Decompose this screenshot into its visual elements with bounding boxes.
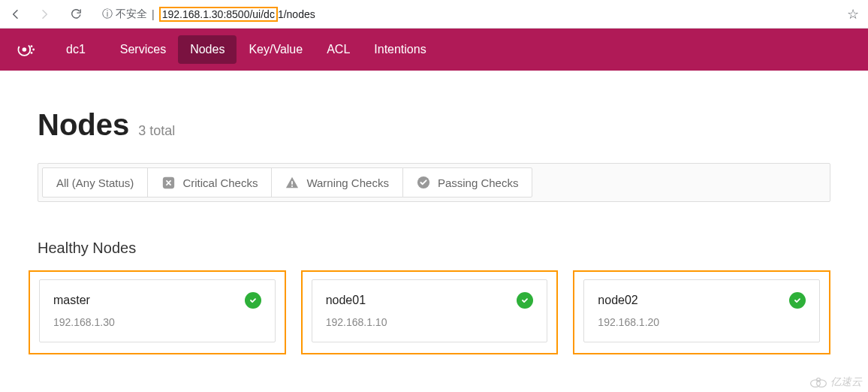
passing-icon: [417, 176, 430, 189]
nav-nodes[interactable]: Nodes: [178, 35, 237, 64]
address-bar[interactable]: 不安全 | 192.168.1.30:8500/ui/dc1/nodes: [93, 4, 829, 25]
filter-all[interactable]: All (Any Status): [42, 167, 148, 198]
nav-datacenter[interactable]: dc1: [54, 35, 98, 64]
page-content: Nodes 3 total All (Any Status) Critical …: [0, 71, 868, 377]
node-ip: 192.168.1.20: [598, 316, 806, 328]
svg-point-1: [23, 47, 27, 52]
nav-intentions[interactable]: Intentions: [362, 35, 438, 64]
filter-bar: All (Any Status) Critical Checks Warning…: [38, 163, 830, 202]
svg-rect-7: [292, 185, 294, 187]
node-highlight-2: node02 192.168.1.20: [573, 270, 830, 354]
node-card[interactable]: master 192.168.1.30: [39, 279, 276, 342]
app-header: dc1 Services Nodes Key/Value ACL Intenti…: [0, 29, 868, 71]
status-passing-icon: [517, 292, 533, 309]
insecure-label: 不安全: [102, 8, 147, 21]
status-passing-icon: [245, 292, 261, 309]
filter-critical-label: Critical Checks: [182, 176, 258, 189]
node-highlight-1: node01 192.168.1.10: [301, 270, 559, 354]
back-button[interactable]: [9, 8, 23, 21]
node-card[interactable]: node02 192.168.1.20: [583, 279, 820, 342]
main-nav: dc1 Services Nodes Key/Value ACL Intenti…: [54, 29, 439, 71]
forward-button: [38, 8, 51, 21]
page-subtitle: 3 total: [138, 123, 175, 139]
filter-warning[interactable]: Warning Checks: [271, 167, 402, 198]
reload-button[interactable]: [69, 8, 83, 21]
filter-all-label: All (Any Status): [56, 176, 134, 189]
warning-icon: [285, 176, 299, 189]
node-name: node02: [598, 294, 637, 307]
status-passing-icon: [789, 292, 806, 309]
healthy-nodes-title: Healthy Nodes: [38, 240, 830, 257]
filter-passing-label: Passing Checks: [438, 176, 519, 189]
node-card[interactable]: node01 192.168.1.10: [312, 279, 548, 342]
url-separator: |: [152, 8, 155, 20]
nodes-grid: master 192.168.1.30 node01 192.168.1.10: [29, 270, 830, 354]
bookmark-star-icon[interactable]: ☆: [847, 6, 859, 23]
node-ip: 192.168.1.10: [326, 316, 534, 328]
page-title-row: Nodes 3 total: [38, 108, 830, 142]
browser-nav-controls: [9, 8, 83, 21]
nav-services[interactable]: Services: [108, 35, 178, 64]
node-highlight-0: master 192.168.1.30: [29, 270, 286, 354]
filter-passing[interactable]: Passing Checks: [402, 167, 533, 198]
nav-acl[interactable]: ACL: [315, 35, 362, 64]
svg-point-4: [31, 52, 33, 54]
svg-point-2: [31, 45, 33, 47]
nav-keyvalue[interactable]: Key/Value: [237, 35, 315, 64]
browser-toolbar: 不安全 | 192.168.1.30:8500/ui/dc1/nodes ☆: [0, 0, 868, 29]
node-name: node01: [326, 294, 366, 307]
consul-logo-icon[interactable]: [6, 29, 47, 71]
node-name: master: [53, 294, 90, 307]
svg-point-3: [32, 49, 35, 51]
filter-warning-label: Warning Checks: [306, 176, 388, 189]
url-highlighted: 192.168.1.30:8500/ui/dc: [159, 7, 278, 22]
url-rest: 1/nodes: [278, 8, 315, 20]
page-title: Nodes: [38, 108, 129, 142]
watermark-text: 亿速云: [830, 375, 862, 377]
filter-critical[interactable]: Critical Checks: [147, 167, 272, 198]
svg-rect-6: [292, 181, 294, 185]
url-text: 192.168.1.30:8500/ui/dc1/nodes: [159, 8, 315, 20]
node-ip: 192.168.1.30: [53, 316, 261, 328]
critical-icon: [161, 176, 175, 189]
watermark: 亿速云: [809, 375, 862, 377]
